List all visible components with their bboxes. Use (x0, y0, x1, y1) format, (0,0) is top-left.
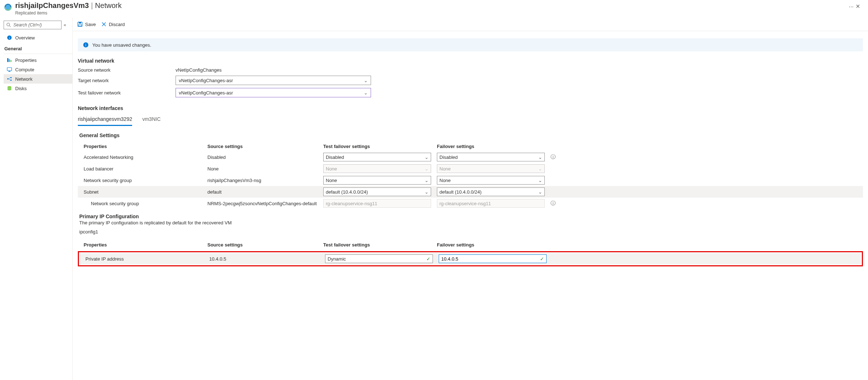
tfo-network-select[interactable]: vNetIpConfigChanges-asr ⌄ (176, 88, 371, 97)
nic-tabs: rishjaiipchangesvm3292 vm3NIC (78, 115, 863, 126)
infobar-text: You have unsaved changes. (92, 42, 151, 48)
target-network-select[interactable]: vNetIpConfigChanges-asr ⌄ (176, 76, 371, 85)
chevron-down-icon: ⌄ (425, 155, 429, 160)
check-icon: ✓ (540, 256, 544, 262)
row-nsg-tfo-select[interactable]: None ⌄ (323, 176, 431, 185)
row-accel-failover-select[interactable]: Disabled ⌄ (437, 153, 545, 161)
row-accel-prop: Accelerated Networking (78, 153, 205, 161)
check-icon: ✓ (426, 256, 430, 262)
table-row: Subnet default default (10.4.0.0/24) ⌄ d… (78, 186, 863, 198)
highlight-box: Private IP address 10.4.0.5 Dynamic ✓ (78, 251, 863, 266)
row-privip-failover-input[interactable]: ✓ (439, 254, 547, 263)
search-icon (6, 22, 11, 28)
chevron-down-icon: ⌄ (538, 155, 542, 160)
info-icon[interactable]: ⓘ (548, 199, 555, 208)
svg-rect-5 (7, 58, 9, 62)
breadcrumb[interactable]: Replicated items (15, 10, 845, 16)
ipconf-desc: The primary IP configuration is replicat… (79, 220, 863, 225)
tfo-network-label: Test failover network (78, 90, 176, 96)
row-privip-tfo-select[interactable]: Dynamic ✓ (325, 254, 433, 263)
row-nsg-prop: Network security group (78, 176, 205, 185)
table-row: Network security group rishjaiIpChangesV… (78, 174, 863, 186)
row-subnsg-source: NRMS-2pecgwj5zsoncvNetIpConfigChanges-de… (205, 199, 320, 208)
title-page: Network (95, 1, 122, 9)
nic-tab-secondary[interactable]: vm3NIC (142, 115, 161, 126)
ipconf-table: Properties Source settings Test failover… (78, 240, 863, 266)
row-nsg-failover-select[interactable]: None ⌄ (437, 176, 545, 185)
row-subnsg-tfo-value: rg-cleanupservice-nsg11 (323, 199, 431, 208)
sidebar-item-label: Overview (15, 35, 35, 41)
search-input[interactable] (13, 22, 59, 28)
table-row: Private IP address 10.4.0.5 Dynamic ✓ (80, 253, 861, 265)
header-title-block: rishjaiIpChangesVm3|Network Replicated i… (15, 1, 845, 16)
sidebar-item-label: Disks (15, 86, 27, 91)
row-nsg-source: rishjaiIpChangesVm3-nsg (205, 176, 320, 185)
sidebar-item-properties[interactable]: Properties (4, 55, 72, 65)
compute-icon (7, 67, 12, 72)
site-recovery-icon (4, 3, 12, 12)
sidebar: « i Overview General Properties (0, 18, 72, 380)
save-label: Save (85, 22, 96, 27)
save-icon (77, 21, 83, 27)
more-actions-button[interactable]: ··· (849, 1, 854, 10)
svg-rect-9 (8, 71, 10, 72)
page-title: rishjaiIpChangesVm3|Network (15, 1, 845, 10)
row-subnet-failover-select[interactable]: default (10.4.0.0/24) ⌄ (437, 187, 545, 196)
sidebar-item-network[interactable]: Network (4, 74, 72, 84)
row-privip-prop: Private IP address (80, 255, 206, 263)
row-subnet-tfo-select[interactable]: default (10.4.0.0/24) ⌄ (323, 187, 431, 196)
general-settings-heading: General Settings (79, 132, 863, 138)
svg-line-14 (8, 79, 10, 80)
svg-text:i: i (9, 36, 10, 40)
save-button[interactable]: Save (77, 21, 96, 27)
svg-rect-7 (10, 60, 12, 62)
sidebar-item-label: Network (15, 76, 33, 82)
general-settings-table: Properties Source settings Test failover… (78, 141, 863, 209)
svg-point-12 (10, 80, 12, 81)
chevron-down-icon: ⌄ (425, 189, 429, 195)
page-header: rishjaiIpChangesVm3|Network Replicated i… (0, 0, 868, 18)
col-source: Source settings (205, 241, 320, 249)
chevron-down-icon: ⌄ (425, 166, 429, 172)
info-icon[interactable]: ⓘ (548, 152, 555, 162)
svg-line-2 (9, 26, 11, 27)
col-failover: Failover settings (434, 142, 548, 151)
info-icon: i (83, 42, 89, 48)
command-bar: Save Discard (73, 21, 868, 31)
discard-icon (101, 21, 107, 27)
sidebar-item-overview[interactable]: i Overview (4, 33, 72, 42)
row-accel-tfo-select[interactable]: Disabled ⌄ (323, 153, 431, 161)
row-accel-source: Disabled (205, 153, 320, 161)
sidebar-item-label: Compute (15, 67, 34, 72)
chevron-down-icon: ⌄ (425, 178, 429, 183)
col-tfo: Test failover settings (320, 241, 434, 249)
ipconf-heading: Primary IP Configuration (79, 214, 863, 219)
col-properties: Properties (78, 241, 205, 249)
sidebar-item-disks[interactable]: Disks (4, 84, 72, 93)
row-subnet-source: default (205, 188, 320, 196)
discard-button[interactable]: Discard (101, 21, 125, 27)
section-virtual-network-heading: Virtual network (78, 58, 863, 64)
info-icon: i (7, 35, 12, 41)
row-lb-failover-select: None ⌄ (437, 164, 545, 173)
col-properties: Properties (78, 142, 205, 151)
close-blade-button[interactable]: × (854, 1, 862, 11)
sidebar-item-compute[interactable]: Compute (4, 65, 72, 74)
svg-line-13 (8, 78, 10, 79)
table-row: Load balancer None None ⌄ None ⌄ (78, 163, 863, 174)
source-network-value: vNetIpConfigChanges (176, 67, 222, 73)
table-header-row: Properties Source settings Test failover… (78, 141, 863, 151)
target-network-select-value: vNetIpConfigChanges-asr (179, 78, 233, 83)
sidebar-search[interactable] (4, 21, 62, 29)
tfo-network-select-value: vNetIpConfigChanges-asr (179, 90, 233, 96)
chevron-down-icon: ⌄ (538, 166, 542, 172)
disks-icon (7, 85, 12, 91)
target-network-label: Target network (78, 78, 176, 83)
nic-tab-primary[interactable]: rishjaiipchangesvm3292 (78, 115, 132, 126)
sidebar-item-label: Properties (15, 58, 37, 63)
svg-text:i: i (85, 43, 86, 47)
private-ip-failover-field[interactable] (441, 256, 540, 262)
collapse-sidebar-button[interactable]: « (64, 22, 66, 28)
chevron-down-icon: ⌄ (538, 178, 542, 183)
table-row: Accelerated Networking Disabled Disabled… (78, 151, 863, 163)
